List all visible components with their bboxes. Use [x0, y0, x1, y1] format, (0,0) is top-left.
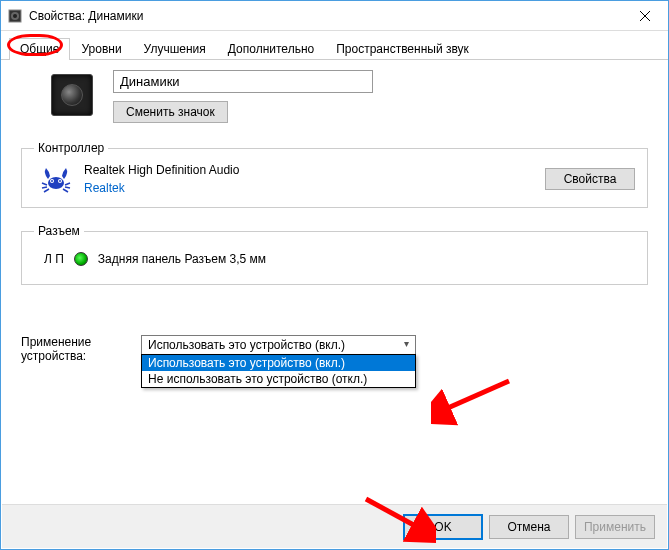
jack-channel: Л П: [44, 252, 64, 266]
tab-general[interactable]: Общие: [9, 38, 70, 60]
controller-vendor-link[interactable]: Realtek: [84, 181, 545, 195]
device-usage-label: Применение устройства:: [21, 335, 141, 363]
controller-legend: Контроллер: [34, 141, 108, 155]
arrow-annotation-dropdown: [431, 371, 511, 431]
controller-group: Контроллер: [21, 141, 648, 208]
svg-point-9: [59, 180, 61, 182]
speaker-cone-icon: [61, 84, 83, 106]
app-icon: [7, 8, 23, 24]
svg-point-2: [13, 14, 17, 18]
svg-point-5: [48, 177, 64, 189]
jack-color-icon: [74, 252, 88, 266]
tab-content: Сменить значок Контроллер: [1, 60, 668, 373]
titlebar: Свойства: Динамики: [1, 1, 668, 31]
dialog-button-bar: OK Отмена Применить: [2, 504, 667, 548]
device-usage-dropdown: Использовать это устройство (вкл.) Не ис…: [141, 354, 416, 388]
svg-line-10: [42, 183, 47, 185]
device-icon[interactable]: [51, 74, 93, 116]
svg-line-15: [63, 189, 68, 192]
tab-spatial[interactable]: Пространственный звук: [325, 38, 480, 60]
realtek-crab-icon: [40, 163, 72, 195]
device-usage-selected: Использовать это устройство (вкл.): [148, 338, 345, 352]
jack-group: Разъем Л П Задняя панель Разъем 3,5 мм: [21, 224, 648, 285]
close-button[interactable]: [622, 1, 668, 31]
jack-legend: Разъем: [34, 224, 84, 238]
svg-line-13: [65, 183, 70, 185]
usage-option-enable[interactable]: Использовать это устройство (вкл.): [142, 355, 415, 371]
svg-line-17: [441, 381, 509, 411]
svg-line-11: [42, 187, 47, 188]
svg-line-14: [65, 187, 70, 188]
controller-name: Realtek High Definition Audio: [84, 163, 545, 177]
device-usage-select[interactable]: Использовать это устройство (вкл.): [141, 335, 416, 355]
change-icon-button[interactable]: Сменить значок: [113, 101, 228, 123]
tab-enhancements[interactable]: Улучшения: [133, 38, 217, 60]
window-title: Свойства: Динамики: [29, 9, 622, 23]
svg-line-12: [44, 189, 49, 192]
tab-strip: Общие Уровни Улучшения Дополнительно Про…: [1, 31, 668, 60]
apply-button[interactable]: Применить: [575, 515, 655, 539]
usage-option-disable[interactable]: Не использовать это устройство (откл.): [142, 371, 415, 387]
tab-advanced[interactable]: Дополнительно: [217, 38, 325, 60]
controller-properties-button[interactable]: Свойства: [545, 168, 635, 190]
svg-point-8: [51, 180, 53, 182]
ok-button[interactable]: OK: [403, 514, 483, 540]
cancel-button[interactable]: Отмена: [489, 515, 569, 539]
jack-description: Задняя панель Разъем 3,5 мм: [98, 252, 266, 266]
device-name-input[interactable]: [113, 70, 373, 93]
tab-levels[interactable]: Уровни: [70, 38, 132, 60]
